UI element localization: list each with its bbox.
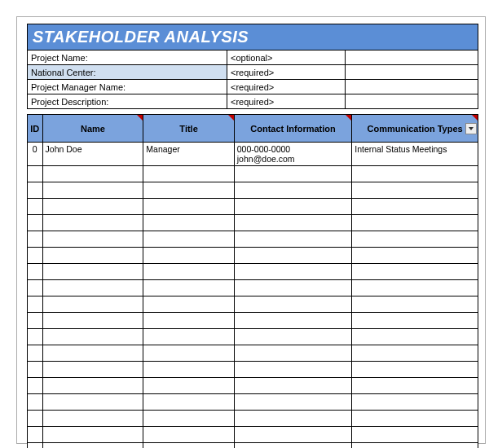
cell-contact[interactable] xyxy=(234,182,351,199)
cell-id[interactable] xyxy=(28,427,43,443)
comment-indicator-icon[interactable] xyxy=(228,115,234,121)
cell-comm[interactable] xyxy=(352,264,478,280)
cell-name[interactable] xyxy=(42,182,143,199)
cell-name[interactable] xyxy=(42,345,143,362)
cell-comm[interactable] xyxy=(352,345,478,362)
cell-contact[interactable] xyxy=(234,166,351,182)
cell-id[interactable]: 0 xyxy=(28,143,43,166)
cell-title[interactable] xyxy=(143,362,234,378)
cell-contact[interactable] xyxy=(234,280,351,296)
cell-contact[interactable] xyxy=(234,231,351,248)
cell-contact[interactable] xyxy=(234,362,351,378)
cell-comm[interactable] xyxy=(352,313,478,329)
cell-comm[interactable] xyxy=(352,427,478,443)
cell-contact[interactable] xyxy=(234,264,351,280)
cell-comm[interactable] xyxy=(352,199,478,215)
cell-contact[interactable] xyxy=(234,411,351,427)
col-header-name[interactable]: Name xyxy=(42,115,143,143)
cell-id[interactable] xyxy=(28,166,43,182)
comment-indicator-icon[interactable] xyxy=(472,115,478,121)
cell-title[interactable] xyxy=(143,394,234,411)
cell-name[interactable] xyxy=(42,427,143,443)
cell-comm[interactable] xyxy=(352,296,478,313)
cell-title[interactable] xyxy=(143,329,234,345)
cell-id[interactable] xyxy=(28,215,43,231)
cell-id[interactable] xyxy=(28,378,43,394)
cell-title[interactable] xyxy=(143,443,234,449)
cell-id[interactable] xyxy=(28,313,43,329)
cell-title[interactable] xyxy=(143,264,234,280)
cell-name[interactable] xyxy=(42,443,143,449)
cell-id[interactable] xyxy=(28,443,43,449)
comment-indicator-icon[interactable] xyxy=(137,115,143,121)
cell-comm[interactable] xyxy=(352,248,478,264)
cell-id[interactable] xyxy=(28,182,43,199)
cell-id[interactable] xyxy=(28,329,43,345)
cell-contact[interactable] xyxy=(234,345,351,362)
cell-title[interactable] xyxy=(143,411,234,427)
cell-contact[interactable] xyxy=(234,427,351,443)
cell-id[interactable] xyxy=(28,345,43,362)
cell-comm[interactable] xyxy=(352,411,478,427)
cell-contact[interactable] xyxy=(234,313,351,329)
cell-title[interactable] xyxy=(143,296,234,313)
cell-id[interactable] xyxy=(28,394,43,411)
cell-contact[interactable]: 000-000-0000john@doe.com xyxy=(234,143,351,166)
cell-id[interactable] xyxy=(28,411,43,427)
cell-comm[interactable] xyxy=(352,215,478,231)
cell-title[interactable] xyxy=(143,280,234,296)
cell-contact[interactable] xyxy=(234,394,351,411)
cell-name[interactable] xyxy=(42,280,143,296)
cell-title[interactable] xyxy=(143,427,234,443)
col-header-id[interactable]: ID xyxy=(28,115,43,143)
cell-id[interactable] xyxy=(28,248,43,264)
cell-comm[interactable]: Internal Status Meetings xyxy=(352,143,478,166)
project-manager-extra[interactable] xyxy=(346,80,478,94)
cell-name[interactable] xyxy=(42,313,143,329)
national-center-extra[interactable] xyxy=(346,65,478,80)
cell-id[interactable] xyxy=(28,199,43,215)
cell-id[interactable] xyxy=(28,280,43,296)
filter-dropdown-icon[interactable] xyxy=(465,123,477,134)
cell-name[interactable] xyxy=(42,199,143,215)
col-header-contact[interactable]: Contact Information xyxy=(234,115,351,143)
cell-title[interactable] xyxy=(143,248,234,264)
cell-comm[interactable] xyxy=(352,443,478,449)
cell-name[interactable] xyxy=(42,296,143,313)
cell-name[interactable] xyxy=(42,166,143,182)
cell-name[interactable] xyxy=(42,329,143,345)
cell-comm[interactable] xyxy=(352,329,478,345)
col-header-title[interactable]: Title xyxy=(143,115,234,143)
cell-comm[interactable] xyxy=(352,280,478,296)
cell-name[interactable] xyxy=(42,248,143,264)
cell-name[interactable] xyxy=(42,231,143,248)
cell-title[interactable] xyxy=(143,313,234,329)
cell-title[interactable] xyxy=(143,215,234,231)
cell-contact[interactable] xyxy=(234,443,351,449)
cell-id[interactable] xyxy=(28,296,43,313)
project-name-value[interactable]: <optional> xyxy=(227,51,346,65)
cell-contact[interactable] xyxy=(234,329,351,345)
cell-comm[interactable] xyxy=(352,231,478,248)
cell-contact[interactable] xyxy=(234,296,351,313)
cell-contact[interactable] xyxy=(234,199,351,215)
cell-title[interactable] xyxy=(143,166,234,182)
cell-contact[interactable] xyxy=(234,248,351,264)
cell-title[interactable] xyxy=(143,378,234,394)
cell-comm[interactable] xyxy=(352,394,478,411)
cell-name[interactable] xyxy=(42,362,143,378)
cell-name[interactable] xyxy=(42,411,143,427)
project-description-value[interactable]: <required> xyxy=(227,94,346,109)
cell-title[interactable] xyxy=(143,345,234,362)
cell-title[interactable] xyxy=(143,231,234,248)
cell-name[interactable] xyxy=(42,215,143,231)
cell-comm[interactable] xyxy=(352,378,478,394)
project-name-extra[interactable] xyxy=(346,51,478,65)
col-header-comm[interactable]: Communication Types xyxy=(352,115,478,143)
cell-id[interactable] xyxy=(28,362,43,378)
cell-comm[interactable] xyxy=(352,182,478,199)
cell-name[interactable] xyxy=(42,394,143,411)
cell-comm[interactable] xyxy=(352,166,478,182)
cell-id[interactable] xyxy=(28,231,43,248)
cell-name[interactable]: John Doe xyxy=(42,143,143,166)
